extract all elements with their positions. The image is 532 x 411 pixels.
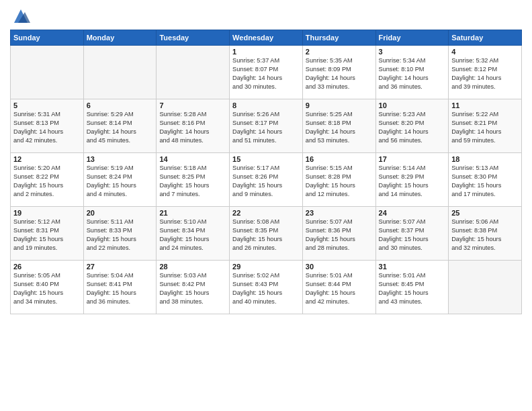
calendar-cell: 16Sunrise: 5:15 AM Sunset: 8:28 PM Dayli… <box>302 153 375 207</box>
calendar-week-row: 26Sunrise: 5:05 AM Sunset: 8:40 PM Dayli… <box>11 261 522 314</box>
calendar-cell: 18Sunrise: 5:13 AM Sunset: 8:30 PM Dayli… <box>449 153 522 207</box>
day-number: 2 <box>306 48 373 56</box>
day-number: 20 <box>87 209 154 217</box>
day-info: Sunrise: 5:11 AM Sunset: 8:33 PM Dayligh… <box>87 218 154 253</box>
day-number: 5 <box>13 101 81 109</box>
weekday-header: Sunday <box>11 30 84 46</box>
day-info: Sunrise: 5:37 AM Sunset: 8:07 PM Dayligh… <box>232 56 300 91</box>
calendar-cell: 1Sunrise: 5:37 AM Sunset: 8:07 PM Daylig… <box>230 46 303 99</box>
calendar-cell: 26Sunrise: 5:05 AM Sunset: 8:40 PM Dayli… <box>11 261 84 314</box>
calendar-cell: 8Sunrise: 5:26 AM Sunset: 8:17 PM Daylig… <box>230 99 303 153</box>
day-number: 12 <box>13 155 81 163</box>
day-number: 28 <box>159 263 226 271</box>
day-number: 27 <box>87 263 154 271</box>
calendar-cell: 29Sunrise: 5:02 AM Sunset: 8:43 PM Dayli… <box>230 261 303 314</box>
calendar-week-row: 12Sunrise: 5:20 AM Sunset: 8:22 PM Dayli… <box>11 153 522 207</box>
day-info: Sunrise: 5:13 AM Sunset: 8:30 PM Dayligh… <box>451 164 519 199</box>
day-info: Sunrise: 5:05 AM Sunset: 8:40 PM Dayligh… <box>13 271 81 306</box>
header <box>10 7 522 26</box>
day-info: Sunrise: 5:03 AM Sunset: 8:42 PM Dayligh… <box>159 271 226 306</box>
calendar-cell: 17Sunrise: 5:14 AM Sunset: 8:29 PM Dayli… <box>375 153 449 207</box>
day-number: 1 <box>232 48 300 56</box>
day-number: 25 <box>451 209 519 217</box>
calendar-cell: 7Sunrise: 5:28 AM Sunset: 8:16 PM Daylig… <box>157 99 230 153</box>
day-info: Sunrise: 5:18 AM Sunset: 8:25 PM Dayligh… <box>159 164 226 199</box>
day-number: 19 <box>13 209 81 217</box>
day-info: Sunrise: 5:34 AM Sunset: 8:10 PM Dayligh… <box>379 56 446 91</box>
day-number: 14 <box>159 155 226 163</box>
day-number: 30 <box>306 263 373 271</box>
calendar-cell: 30Sunrise: 5:01 AM Sunset: 8:44 PM Dayli… <box>302 261 375 314</box>
day-number: 17 <box>379 155 446 163</box>
calendar-cell: 12Sunrise: 5:20 AM Sunset: 8:22 PM Dayli… <box>11 153 84 207</box>
calendar-week-row: 1Sunrise: 5:37 AM Sunset: 8:07 PM Daylig… <box>11 46 522 99</box>
logo <box>10 7 30 26</box>
day-number: 26 <box>13 263 81 271</box>
calendar-week-row: 5Sunrise: 5:31 AM Sunset: 8:13 PM Daylig… <box>11 99 522 153</box>
calendar-cell: 10Sunrise: 5:23 AM Sunset: 8:20 PM Dayli… <box>375 99 449 153</box>
weekday-header: Friday <box>375 30 449 46</box>
day-info: Sunrise: 5:23 AM Sunset: 8:20 PM Dayligh… <box>379 110 446 145</box>
day-number: 8 <box>232 101 300 109</box>
header-row: SundayMondayTuesdayWednesdayThursdayFrid… <box>11 30 522 46</box>
day-number: 11 <box>451 101 519 109</box>
day-number: 22 <box>232 209 300 217</box>
day-info: Sunrise: 5:15 AM Sunset: 8:28 PM Dayligh… <box>306 164 373 199</box>
calendar-cell: 28Sunrise: 5:03 AM Sunset: 8:42 PM Dayli… <box>157 261 230 314</box>
logo-icon <box>11 7 30 26</box>
day-info: Sunrise: 5:01 AM Sunset: 8:45 PM Dayligh… <box>379 271 446 306</box>
day-number: 7 <box>159 101 226 109</box>
day-info: Sunrise: 5:32 AM Sunset: 8:12 PM Dayligh… <box>451 56 519 91</box>
day-info: Sunrise: 5:04 AM Sunset: 8:41 PM Dayligh… <box>87 271 154 306</box>
day-number: 31 <box>379 263 446 271</box>
calendar-cell: 15Sunrise: 5:17 AM Sunset: 8:26 PM Dayli… <box>230 153 303 207</box>
day-info: Sunrise: 5:35 AM Sunset: 8:09 PM Dayligh… <box>306 56 373 91</box>
page: SundayMondayTuesdayWednesdayThursdayFrid… <box>0 0 532 411</box>
calendar-cell: 22Sunrise: 5:08 AM Sunset: 8:35 PM Dayli… <box>230 207 303 261</box>
calendar-cell <box>11 46 84 99</box>
weekday-header: Saturday <box>449 30 522 46</box>
day-info: Sunrise: 5:10 AM Sunset: 8:34 PM Dayligh… <box>159 218 226 253</box>
calendar-cell: 21Sunrise: 5:10 AM Sunset: 8:34 PM Dayli… <box>157 207 230 261</box>
calendar-cell: 20Sunrise: 5:11 AM Sunset: 8:33 PM Dayli… <box>83 207 157 261</box>
calendar-cell: 27Sunrise: 5:04 AM Sunset: 8:41 PM Dayli… <box>83 261 157 314</box>
day-number: 15 <box>232 155 300 163</box>
calendar-cell: 11Sunrise: 5:22 AM Sunset: 8:21 PM Dayli… <box>449 99 522 153</box>
calendar-cell: 31Sunrise: 5:01 AM Sunset: 8:45 PM Dayli… <box>375 261 449 314</box>
day-number: 4 <box>451 48 519 56</box>
calendar-cell: 4Sunrise: 5:32 AM Sunset: 8:12 PM Daylig… <box>449 46 522 99</box>
calendar-cell <box>449 261 522 314</box>
calendar-cell: 14Sunrise: 5:18 AM Sunset: 8:25 PM Dayli… <box>157 153 230 207</box>
day-info: Sunrise: 5:12 AM Sunset: 8:31 PM Dayligh… <box>13 218 81 253</box>
day-number: 29 <box>232 263 300 271</box>
calendar-cell: 9Sunrise: 5:25 AM Sunset: 8:18 PM Daylig… <box>302 99 375 153</box>
calendar-cell: 23Sunrise: 5:07 AM Sunset: 8:36 PM Dayli… <box>302 207 375 261</box>
day-info: Sunrise: 5:07 AM Sunset: 8:37 PM Dayligh… <box>379 218 446 253</box>
day-info: Sunrise: 5:31 AM Sunset: 8:13 PM Dayligh… <box>13 110 81 145</box>
day-number: 16 <box>306 155 373 163</box>
day-info: Sunrise: 5:08 AM Sunset: 8:35 PM Dayligh… <box>232 218 300 253</box>
weekday-header: Monday <box>83 30 157 46</box>
calendar-table: SundayMondayTuesdayWednesdayThursdayFrid… <box>10 30 522 314</box>
calendar-cell: 25Sunrise: 5:06 AM Sunset: 8:38 PM Dayli… <box>449 207 522 261</box>
day-info: Sunrise: 5:01 AM Sunset: 8:44 PM Dayligh… <box>306 271 373 306</box>
calendar-cell <box>157 46 230 99</box>
day-number: 23 <box>306 209 373 217</box>
day-number: 24 <box>379 209 446 217</box>
calendar-cell: 3Sunrise: 5:34 AM Sunset: 8:10 PM Daylig… <box>375 46 449 99</box>
calendar-cell: 6Sunrise: 5:29 AM Sunset: 8:14 PM Daylig… <box>83 99 157 153</box>
calendar-cell <box>83 46 157 99</box>
calendar-week-row: 19Sunrise: 5:12 AM Sunset: 8:31 PM Dayli… <box>11 207 522 261</box>
day-info: Sunrise: 5:06 AM Sunset: 8:38 PM Dayligh… <box>451 218 519 253</box>
day-number: 21 <box>159 209 226 217</box>
day-info: Sunrise: 5:02 AM Sunset: 8:43 PM Dayligh… <box>232 271 300 306</box>
calendar-cell: 19Sunrise: 5:12 AM Sunset: 8:31 PM Dayli… <box>11 207 84 261</box>
weekday-header: Wednesday <box>230 30 303 46</box>
day-number: 18 <box>451 155 519 163</box>
calendar-cell: 5Sunrise: 5:31 AM Sunset: 8:13 PM Daylig… <box>11 99 84 153</box>
day-number: 6 <box>87 101 154 109</box>
day-info: Sunrise: 5:25 AM Sunset: 8:18 PM Dayligh… <box>306 110 373 145</box>
calendar-cell: 24Sunrise: 5:07 AM Sunset: 8:37 PM Dayli… <box>375 207 449 261</box>
day-info: Sunrise: 5:29 AM Sunset: 8:14 PM Dayligh… <box>87 110 154 145</box>
calendar-cell: 2Sunrise: 5:35 AM Sunset: 8:09 PM Daylig… <box>302 46 375 99</box>
